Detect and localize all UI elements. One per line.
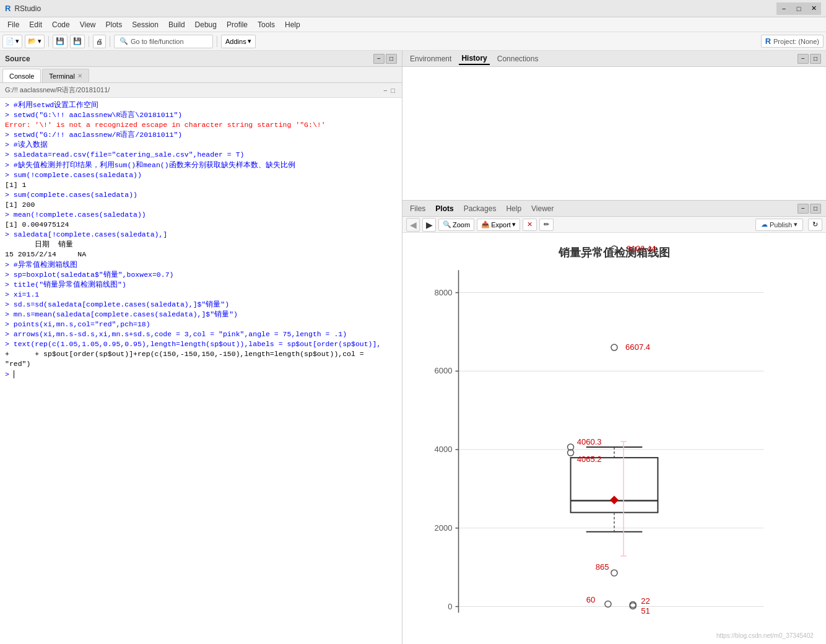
source-panel-header: Source − □ <box>0 51 402 67</box>
project-badge: R Project: (None) <box>761 35 824 48</box>
right-bottom-panel: Files Plots Packages Help Viewer − □ ◀ ▶… <box>402 201 826 644</box>
outlier-label-4065: 4065.2 <box>577 455 602 464</box>
svg-rect-0 <box>402 233 826 644</box>
delete-plot-button[interactable]: ✕ <box>523 219 537 231</box>
addins-arrow-icon: ▾ <box>248 37 251 45</box>
publish-arrow-icon: ▾ <box>794 220 798 228</box>
tab-history[interactable]: History <box>459 53 489 65</box>
print-button[interactable]: 🖨 <box>93 35 106 48</box>
menu-code[interactable]: Code <box>47 19 75 30</box>
menu-session[interactable]: Session <box>127 19 163 30</box>
zoom-button[interactable]: 🔍 Zoom <box>438 219 474 231</box>
menu-help[interactable]: Help <box>280 19 305 30</box>
addins-label: Addins <box>225 38 246 45</box>
outlier-label-22: 22 <box>641 597 650 606</box>
console-header: G:/!! aaclassnew/R语言/20181011/ − □ <box>0 83 402 98</box>
refresh-plot-button[interactable]: ↻ <box>808 219 822 231</box>
tab-viewer[interactable]: Viewer <box>529 203 556 214</box>
right-bottom-expand-button[interactable]: □ <box>810 204 821 214</box>
outlier-label-6607: 6607.4 <box>625 342 650 352</box>
right-bottom-collapse-button[interactable]: − <box>798 204 809 214</box>
outlier-label-4060: 4060.3 <box>577 437 602 446</box>
console-line-6: > saledata=read.csv(file="catering_sale.… <box>5 150 397 160</box>
bottom-tab-bar: Files Plots Packages Help Viewer − □ <box>402 201 826 217</box>
tab-help[interactable]: Help <box>503 203 524 214</box>
delete-icon: ✕ <box>527 220 533 228</box>
publish-button[interactable]: ☁ Publish ▾ <box>755 219 803 231</box>
menu-view[interactable]: View <box>75 19 101 30</box>
terminal-close-icon[interactable]: ✕ <box>77 72 82 79</box>
project-icon: R <box>765 37 771 46</box>
save-button[interactable]: 💾 <box>53 35 67 48</box>
app-icon: R <box>5 4 11 13</box>
console-line-25: > text(rep(c(1.05,1.05,0.95,0.95),length… <box>5 339 397 349</box>
menu-plots[interactable]: Plots <box>101 19 128 30</box>
svg-text:8000: 8000 <box>434 288 452 297</box>
console-line-2: > setwd("G:\!! aaclassnew\R语言\20181011") <box>5 110 397 120</box>
brush-button[interactable]: ✏ <box>539 219 554 231</box>
source-panel-title: Source <box>5 54 373 63</box>
left-panel: Source − □ Console Terminal ✕ G:/!! aacl… <box>0 51 402 644</box>
new-file-icon: 📄 <box>6 37 14 45</box>
console-line-1: > #利用setwd设置工作空间 <box>5 100 397 110</box>
tab-connections[interactable]: Connections <box>495 53 541 64</box>
tab-terminal[interactable]: Terminal ✕ <box>42 69 89 82</box>
console-line-7: > #缺失值检测并打印结果，利用sum()和mean()函数来分别获取缺失样本数… <box>5 160 397 170</box>
right-top-panel: Environment History Connections − □ <box>402 51 826 201</box>
title-bar: R RStudio − □ ✕ <box>0 0 826 17</box>
console-line-18: > sp=boxplot(saledata$"销量",boxwex=0.7) <box>5 270 397 280</box>
right-top-tab-bar: Environment History Connections − □ <box>402 51 826 67</box>
right-top-controls: − □ <box>798 54 821 64</box>
tab-packages[interactable]: Packages <box>461 203 499 214</box>
boxplot-chart: 销量异常值检测箱线图 <box>402 233 826 644</box>
open-file-button[interactable]: 📂▾ <box>25 35 45 48</box>
right-panel: Environment History Connections − □ File… <box>402 51 826 644</box>
menu-profile[interactable]: Profile <box>222 19 253 30</box>
console-line-12: > mean(!complete.cases(saledata)) <box>5 210 397 220</box>
goto-file-function-button[interactable]: 🔍 Go to file/function <box>114 35 213 48</box>
toolbar-separator-4 <box>217 36 217 47</box>
menu-file[interactable]: File <box>2 19 24 30</box>
main-toolbar: 📄▾ 📂▾ 💾 💾 🖨 🔍 Go to file/function Addins… <box>0 32 826 51</box>
console-minimize-button[interactable]: − <box>381 86 389 95</box>
console-line-24: > arrows(xi,mn.s-sd.s,xi,mn.s+sd.s,code … <box>5 329 397 339</box>
export-arrow-icon: ▾ <box>512 220 516 228</box>
console-line-3: Error: '\!' is not a recognized escape i… <box>5 120 397 130</box>
console-tab-bar: Console Terminal ✕ <box>0 67 402 83</box>
source-expand-button[interactable]: □ <box>386 54 397 64</box>
console-path: G:/!! aaclassnew/R语言/20181011/ <box>5 85 381 95</box>
main-content: Source − □ Console Terminal ✕ G:/!! aacl… <box>0 51 826 644</box>
save-all-button[interactable]: 💾 <box>70 35 85 48</box>
tab-console[interactable]: Console <box>2 69 41 82</box>
console-line-16: 15 2015/2/14 NA <box>5 250 397 259</box>
menu-tools[interactable]: Tools <box>253 19 280 30</box>
menu-edit[interactable]: Edit <box>24 19 47 30</box>
plot-next-button[interactable]: ▶ <box>422 218 436 232</box>
close-button[interactable]: ✕ <box>806 2 821 15</box>
zoom-icon: 🔍 <box>443 220 451 228</box>
tab-plots[interactable]: Plots <box>433 203 456 214</box>
source-collapse-button[interactable]: − <box>373 54 385 64</box>
toolbar-separator-3 <box>110 36 110 47</box>
right-top-collapse-button[interactable]: − <box>798 54 809 64</box>
right-top-expand-button[interactable]: □ <box>810 54 821 64</box>
console-line-14: > saledata[!complete.cases(saledata),] <box>5 230 397 240</box>
plot-prev-button[interactable]: ◀ <box>406 218 420 232</box>
console-output[interactable]: > #利用setwd设置工作空间 > setwd("G:\!! aaclassn… <box>0 98 402 644</box>
tab-files[interactable]: Files <box>407 203 428 214</box>
new-file-button[interactable]: 📄▾ <box>2 35 22 48</box>
console-line-17: > #异常值检测箱线图 <box>5 260 397 270</box>
minimize-button[interactable]: − <box>776 2 791 15</box>
svg-text:0: 0 <box>448 602 452 611</box>
source-panel-controls: − □ <box>373 54 397 64</box>
maximize-button[interactable]: □ <box>791 2 806 15</box>
tab-environment[interactable]: Environment <box>407 53 454 64</box>
plots-toolbar: ◀ ▶ 🔍 Zoom 📤 Export ▾ ✕ ✏ ☁ <box>402 217 826 233</box>
outlier-label-9106: 9106.44 <box>627 244 656 253</box>
menu-debug[interactable]: Debug <box>190 19 222 30</box>
console-expand-button[interactable]: □ <box>389 86 397 95</box>
addins-button[interactable]: Addins ▾ <box>221 35 256 48</box>
publish-icon: ☁ <box>761 220 768 228</box>
export-button[interactable]: 📤 Export ▾ <box>477 219 520 231</box>
menu-build[interactable]: Build <box>163 19 190 30</box>
